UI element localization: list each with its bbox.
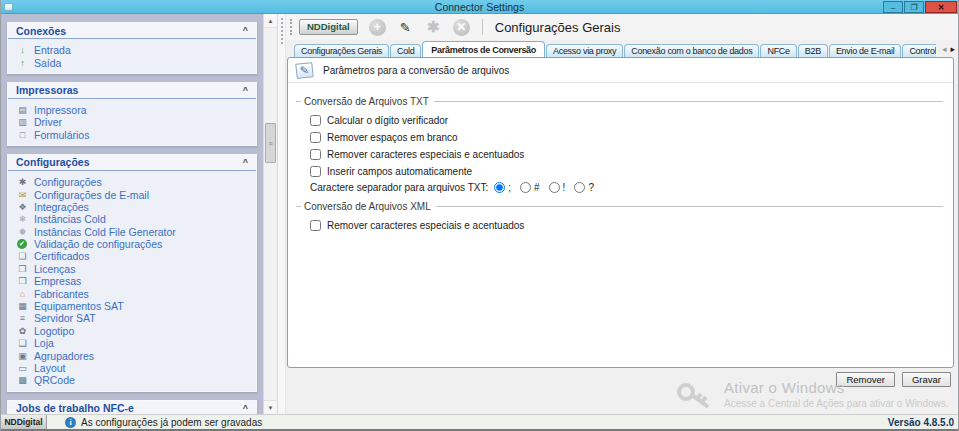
tab-envio-de-email[interactable]: Envio de E-mail — [829, 44, 902, 57]
radio-option[interactable]: ! — [549, 182, 566, 193]
checkbox-row[interactable]: Calcular o dígito verificador — [310, 114, 943, 126]
sidebar-item-configuracoes[interactable]: ✱ Configurações — [8, 176, 256, 188]
checkbox-row[interactable]: Remover caracteres especiais e acentuado… — [310, 219, 943, 231]
section-header-jobs-nfce[interactable]: Jobs de trabalho NFC-e ^ — [8, 401, 256, 414]
sidebar-item-formularios[interactable]: □ Formulários — [8, 129, 256, 141]
tab-conexao-com-o-banco-de-dados[interactable]: Conexão com o banco de dados — [624, 44, 759, 57]
sidebar-item-driver[interactable]: ▥ Driver — [8, 116, 256, 128]
checkbox-row[interactable]: Remover caracteres especiais e acentuado… — [310, 148, 943, 160]
radio-separador-ponto-e-virgula[interactable] — [494, 182, 505, 193]
sidebar-item-fabricantes[interactable]: ⌂ Fabricantes — [8, 287, 256, 299]
checkbox-xml-remover-caracteres-especiais[interactable] — [310, 220, 321, 231]
close-circle-icon[interactable]: ✕ — [453, 19, 470, 36]
section-header-configuracoes[interactable]: Configurações ^ — [8, 155, 256, 171]
radio-option[interactable]: ? — [574, 182, 594, 193]
tab-nfce[interactable]: NFCe — [760, 44, 796, 57]
window-title: Connector Settings — [1, 1, 958, 13]
gear-icon[interactable]: ✱ — [425, 19, 442, 36]
toolbar: NDDigital + ✎ ✱ ✕ Configurações Gerais — [286, 14, 958, 40]
scrollbar-up-button[interactable]: ▲ — [264, 14, 277, 28]
scrollbar-down-button[interactable]: ▼ — [264, 400, 277, 414]
servidor-sat-icon: ≡ — [16, 313, 29, 323]
bottom-action-area: Remover Gravar Ativar o Windows Acesse a… — [286, 368, 958, 414]
sidebar-section-jobs-nfce: Jobs de trabalho NFC-e ^ — [7, 400, 257, 414]
sidebar-item-layout[interactable]: ▭ Layout — [8, 362, 256, 374]
layout-icon: ▭ — [16, 363, 29, 373]
checkbox-calcular-digito-verificador[interactable] — [310, 115, 321, 126]
sidebar-item-certificados[interactable]: ❏ Certificados — [8, 250, 256, 262]
checkbox-remover-espacos-em-branco[interactable] — [310, 132, 321, 143]
tab-controle-de-numeracao[interactable]: Controle de numeração — [902, 44, 936, 57]
collapse-icon[interactable]: ^ — [243, 86, 248, 95]
content-panel: ✎ Parâmetros para a conversão de arquivo… — [287, 57, 954, 368]
scrollbar-track[interactable]: ≡ — [264, 28, 277, 400]
maximize-button[interactable]: ❐ — [904, 1, 924, 13]
group-conversao-arquivos-xml: Conversão de Arquivos XML Remover caract… — [296, 201, 943, 231]
sidebar-item-instancias-cold[interactable]: ❄ Instâncias Cold — [8, 213, 256, 225]
configuracoes-de-e-mail-icon: ✉ — [16, 190, 29, 200]
scrollbar-thumb[interactable]: ≡ — [265, 123, 276, 163]
section-header-conexoes[interactable]: Conexões ^ — [8, 23, 256, 39]
collapse-icon[interactable]: ^ — [243, 404, 248, 413]
radio-separador-exclamacao[interactable] — [549, 182, 560, 193]
checkbox-row[interactable]: Remover espaços em branco — [310, 131, 943, 143]
sidebar-item-qrcode[interactable]: ▩ QRCode — [8, 374, 256, 386]
licencas-icon: ❐ — [16, 264, 29, 274]
radio-separador-cerquilha[interactable] — [520, 182, 531, 193]
checkbox-inserir-campos-automaticamente[interactable] — [310, 166, 321, 177]
section-header-impressoras[interactable]: Impressoras ^ — [8, 83, 256, 99]
toolbar-separator — [482, 19, 483, 35]
tab-scroll-left-icon[interactable]: ◂ — [942, 44, 947, 54]
loja-icon: ❑ — [16, 338, 29, 348]
sidebar-item-validacao-de-configuracoes[interactable]: ✔ Validação de configurações — [8, 238, 256, 250]
certificados-icon: ❏ — [16, 251, 29, 261]
integracoes-icon: ❖ — [16, 202, 29, 212]
radio-option[interactable]: ; — [494, 182, 511, 193]
sidebar-item-configuracoes-de-email[interactable]: ✉ Configurações de E-mail — [8, 188, 256, 200]
sidebar-item-impressora[interactable]: ▤ Impressora — [8, 104, 256, 116]
connector-settings-window: Connector Settings – ❐ ✕ Conexões ^ ↓ — [0, 0, 959, 431]
fabricantes-icon: ⌂ — [16, 289, 29, 299]
add-icon[interactable]: + — [369, 19, 386, 36]
sidebar-item-saida[interactable]: ↑ Saída — [8, 56, 256, 68]
group-title-xml: Conversão de Arquivos XML — [304, 201, 431, 212]
activate-windows-watermark: Ativar o Windows Acesse a Central de Açõ… — [676, 379, 949, 411]
impressora-icon: ▤ — [16, 105, 29, 115]
sidebar-item-empresas[interactable]: ❒ Empresas — [8, 275, 256, 287]
close-button[interactable]: ✕ — [925, 1, 957, 13]
radio-option[interactable]: # — [520, 182, 540, 193]
sidebar-item-instancias-cold-file-generator[interactable]: ❅ Instâncias Cold File Generator — [8, 226, 256, 238]
tab-b2b[interactable]: B2B — [798, 44, 828, 57]
edit-icon[interactable]: ✎ — [397, 19, 414, 36]
collapse-icon[interactable]: ^ — [243, 26, 248, 35]
tab-scroll-right-icon[interactable]: ▸ — [950, 44, 955, 54]
instancias-cold-icon: ❄ — [16, 214, 29, 224]
sidebar-item-integracoes[interactable]: ❖ Integrações — [8, 201, 256, 213]
sidebar-item-entrada[interactable]: ↓ Entrada — [8, 44, 256, 56]
saida-icon: ↑ — [16, 58, 29, 68]
sidebar-item-logotipo[interactable]: ✿ Logotipo — [8, 325, 256, 337]
group-title-txt: Conversão de Arquivos TXT — [304, 96, 429, 107]
nddigital-button[interactable]: NDDigital — [299, 19, 358, 35]
radio-separador-interrogacao[interactable] — [574, 182, 585, 193]
sidebar-item-loja[interactable]: ❑ Loja — [8, 337, 256, 349]
checkbox-row[interactable]: Inserir campos automaticamente — [310, 165, 943, 177]
sidebar-item-agrupadores[interactable]: ▣ Agrupadores — [8, 349, 256, 361]
version-label: Versão 4.8.5.0 — [888, 417, 954, 428]
toolbar-grip[interactable] — [290, 19, 294, 35]
equipamentos-sat-icon: ▦ — [16, 301, 29, 311]
tab-parametros-de-conversao[interactable]: Parâmetros de Conversão — [422, 41, 545, 57]
tab-cold[interactable]: Cold — [390, 44, 421, 57]
checkbox-remover-caracteres-especiais[interactable] — [310, 149, 321, 160]
collapse-icon[interactable]: ^ — [243, 158, 248, 167]
sidebar-item-equipamentos-sat[interactable]: ▦ Equipamentos SAT — [8, 300, 256, 312]
tab-acesso-via-proxy[interactable]: Acesso via proxy — [546, 44, 623, 57]
entrada-icon: ↓ — [16, 45, 29, 55]
tab-configuracoes-gerais[interactable]: Configurações Gerais — [294, 44, 389, 57]
minimize-button[interactable]: – — [883, 1, 903, 13]
sidebar-item-servidor-sat[interactable]: ≡ Servidor SAT — [8, 312, 256, 324]
splitter-handle[interactable] — [278, 14, 286, 414]
sidebar-item-licencas[interactable]: ❐ Licenças — [8, 263, 256, 275]
statusbar-brand: NDDigital — [1, 415, 47, 429]
windows-key-icon — [676, 381, 712, 411]
